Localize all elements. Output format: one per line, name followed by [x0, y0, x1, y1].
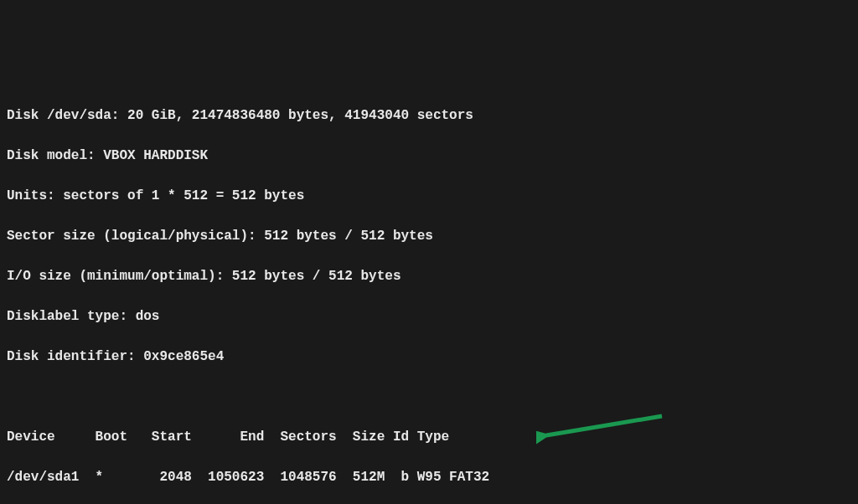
- terminal-output-sda: Disk /dev/sda: 20 GiB, 21474836480 bytes…: [7, 85, 851, 504]
- sda-label: Disklabel type: dos: [7, 306, 851, 327]
- sda-id: Disk identifier: 0x9ce865e4: [7, 347, 851, 367]
- sda-header: Disk /dev/sda: 20 GiB, 21474836480 bytes…: [7, 105, 851, 126]
- sda-io: I/O size (minimum/optimal): 512 bytes / …: [7, 266, 851, 286]
- partition-table-header: Device Boot Start End Sectors Size Id Ty…: [7, 427, 851, 447]
- sda-units: Units: sectors of 1 * 512 = 512 bytes: [7, 186, 851, 206]
- partition-row-sda1: /dev/sda1 * 2048 1050623 1048576 512M b …: [7, 467, 851, 487]
- sda-sector: Sector size (logical/physical): 512 byte…: [7, 226, 851, 246]
- sda-model: Disk model: VBOX HARDDISK: [7, 146, 851, 166]
